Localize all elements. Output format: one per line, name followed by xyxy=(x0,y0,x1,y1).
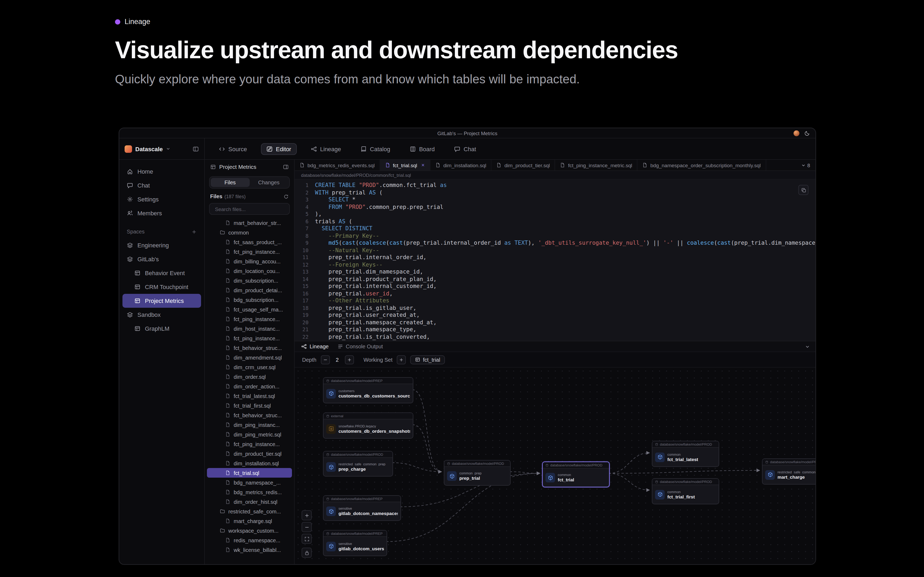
file-name: dim_crm_user.sql xyxy=(234,364,276,370)
editor-tab-fct-trial-sql[interactable]: fct_trial.sql xyxy=(380,160,430,171)
depth-increase-button[interactable] xyxy=(345,355,354,364)
file-row[interactable]: mart_behavior_str... xyxy=(207,218,292,227)
graph-node-customers-db-customers-source[interactable]: database/snowflake/model/PREPcustomerscu… xyxy=(323,377,414,403)
editor-tabs: bdg_metrics_redis_events.sqlfct_trial.sq… xyxy=(295,160,766,171)
file-row[interactable]: fct_ping_instance... xyxy=(207,247,292,256)
graph-node-prep-trial[interactable]: database/snowflake/model/PRODcommon_prep… xyxy=(444,460,510,486)
folder-row[interactable]: common xyxy=(207,227,292,237)
file-name: fct_ping_instance... xyxy=(234,335,279,341)
editor-tab-fct-ping-instance-metric-sql[interactable]: fct_ping_instance_metric.sql xyxy=(555,160,638,171)
file-row[interactable]: dim_crm_user.sql xyxy=(207,362,292,372)
tab-catalog[interactable]: Catalog xyxy=(355,143,396,155)
bottom-tab-lineage[interactable]: Lineage xyxy=(301,343,329,350)
files-panel-collapse-button[interactable] xyxy=(283,164,289,169)
file-row[interactable]: redis_namespace... xyxy=(207,535,292,545)
tab-chat[interactable]: Chat xyxy=(449,143,481,155)
editor-tab-bdg-metrics-redis-events-sql[interactable]: bdg_metrics_redis_events.sql xyxy=(295,160,380,171)
file-row[interactable]: fct_ping_instance... xyxy=(207,334,292,343)
file-row[interactable]: bdg_subscription... xyxy=(207,295,292,305)
file-row[interactable]: dim_amendment.sql xyxy=(207,353,292,362)
file-row[interactable]: dim_ping_instanc... xyxy=(207,420,292,430)
tab-editor[interactable]: Editor xyxy=(261,143,297,155)
graph-node-fct-trial-latest[interactable]: database/snowflake/model/PRODcommonfct_t… xyxy=(652,441,719,467)
sidebar-item-chat[interactable]: Chat xyxy=(123,179,201,192)
file-row[interactable]: dim_product_detai... xyxy=(207,285,292,295)
close-icon[interactable] xyxy=(421,163,425,167)
tab-lineage[interactable]: Lineage xyxy=(305,143,346,155)
file-row[interactable]: dim_subscription... xyxy=(207,276,292,285)
depth-decrease-button[interactable] xyxy=(321,355,330,364)
graph-node-customers-db-orders-snapshots[interactable]: externalsnowflake.PROD.legacycustomers_d… xyxy=(323,413,414,438)
code-editor[interactable]: 1CREATE TABLE "PROD".common.fct_trial as… xyxy=(295,179,816,341)
file-row[interactable]: fct_saas_product_... xyxy=(207,237,292,247)
file-row[interactable]: dim_order_action... xyxy=(207,382,292,391)
line-number: 20 xyxy=(295,319,315,326)
sidebar-item-home[interactable]: Home xyxy=(123,164,201,179)
sidebar-item-gitlab-s[interactable]: GitLab's xyxy=(123,252,201,266)
folder-row[interactable]: workspace_custom... xyxy=(207,526,292,535)
refresh-icon[interactable] xyxy=(283,193,289,199)
tab-source[interactable]: Source xyxy=(213,143,252,155)
file-row[interactable]: fct_ping_instance... xyxy=(207,314,292,324)
user-avatar[interactable] xyxy=(793,130,800,136)
file-row[interactable]: dim_location_cou... xyxy=(207,266,292,276)
file-row[interactable]: fct_usage_self_ma... xyxy=(207,305,292,314)
folder-row[interactable]: restricted_safe_com... xyxy=(207,506,292,516)
file-row[interactable]: wk_license_billabl... xyxy=(207,545,292,554)
sidebar-item-settings[interactable]: Settings xyxy=(123,192,201,206)
sidebar-item-project-metrics[interactable]: Project Metrics xyxy=(123,294,201,308)
editor-tab-bdg-namespace-order-subscription-monthly-sql[interactable]: bdg_namespace_order_subscription_monthly… xyxy=(638,160,766,171)
sidebar-item-graphlm[interactable]: GraphLM xyxy=(123,322,201,335)
files-tab-files[interactable]: Files xyxy=(211,178,249,187)
graph-node-mart-charge[interactable]: database/snowflake/model/PRODrestricted_… xyxy=(762,458,816,485)
file-row[interactable]: dim_ping_metric.sql xyxy=(207,430,292,439)
editor-tab-dim-installation-sql[interactable]: dim_installation.sql xyxy=(430,160,492,171)
file-row[interactable]: dim_order_hist.sql xyxy=(207,497,292,506)
add-space-button[interactable] xyxy=(191,229,197,234)
file-row[interactable]: dim_product_tier.sql xyxy=(207,449,292,458)
file-row[interactable]: dim_host_instanc... xyxy=(207,324,292,334)
file-row[interactable]: fct_trial.sql xyxy=(207,468,292,478)
file-row[interactable]: fct_trial_latest.sql xyxy=(207,391,292,401)
sidebar-item-members[interactable]: Members xyxy=(123,206,201,220)
working-set-add-button[interactable] xyxy=(397,355,406,364)
sidebar-collapse-button[interactable] xyxy=(192,146,199,152)
graph-zoom-fit-button[interactable] xyxy=(302,534,312,544)
graph-zoom-in-button[interactable] xyxy=(302,510,312,521)
lineage-graph[interactable]: database/snowflake/model/PREPcustomerscu… xyxy=(295,367,816,564)
working-set-chip[interactable]: fct_trial xyxy=(410,355,445,364)
file-row[interactable]: mart_charge.sql xyxy=(207,516,292,526)
file-row[interactable]: fct_behavior_struc... xyxy=(207,343,292,353)
tab-board[interactable]: Board xyxy=(404,143,440,155)
copy-button[interactable] xyxy=(798,185,809,195)
file-row[interactable]: dim_order.sql xyxy=(207,372,292,382)
search-input[interactable] xyxy=(214,205,285,212)
graph-zoom-lock-button[interactable] xyxy=(302,548,312,558)
editor-tab-dim-product-tier-sql[interactable]: dim_product_tier.sql xyxy=(492,160,555,171)
file-row[interactable]: fct_behavior_struc... xyxy=(207,410,292,420)
file-row[interactable]: dim_installation.sql xyxy=(207,458,292,468)
file-row[interactable]: dim_billing_accou... xyxy=(207,256,292,266)
file-row[interactable]: fct_ping_instance... xyxy=(207,439,292,449)
code-text: prep_trial.user_id, xyxy=(315,290,393,297)
graph-node-fct-trial[interactable]: database/snowflake/model/PRODcommonfct_t… xyxy=(542,462,610,487)
bottom-tab-console-output[interactable]: Console Output xyxy=(337,343,383,350)
sidebar-item-sandbox[interactable]: Sandbox xyxy=(123,308,201,322)
graph-node-gitlab-dotcom-users[interactable]: database/snowflake/model/PREPsensitivegi… xyxy=(323,530,387,556)
file-row[interactable]: fct_trial_first.sql xyxy=(207,401,292,410)
graph-node-fct-trial-first[interactable]: database/snowflake/model/PRODcommonfct_t… xyxy=(652,478,719,504)
graph-zoom-out-button[interactable] xyxy=(302,522,312,532)
theme-toggle-button[interactable] xyxy=(804,130,810,136)
sidebar-item-crm-touchpoint[interactable]: CRM Touchpoint xyxy=(123,280,201,294)
graph-node-gitlab-dotcom-namespaces[interactable]: database/snowflake/model/PREPsensitivegi… xyxy=(323,495,401,521)
panel-collapse-chevron-icon[interactable] xyxy=(805,342,810,351)
files-tab-changes[interactable]: Changes xyxy=(249,178,288,187)
sidebar-item-behavior-event[interactable]: Behavior Event xyxy=(123,266,201,280)
graph-node-prep-charge[interactable]: database/snowflake/model/PRODrestricted_… xyxy=(323,451,393,477)
sidebar-item-engineering[interactable]: Engineering xyxy=(123,238,201,252)
workspace-switcher[interactable]: Datascale xyxy=(119,139,204,160)
file-row[interactable]: bdg_namespace_... xyxy=(207,478,292,487)
tab-overflow-button[interactable]: 8 xyxy=(795,160,816,171)
file-name: bdg_namespace_... xyxy=(234,479,281,485)
file-row[interactable]: bdg_metrics_redis... xyxy=(207,487,292,497)
